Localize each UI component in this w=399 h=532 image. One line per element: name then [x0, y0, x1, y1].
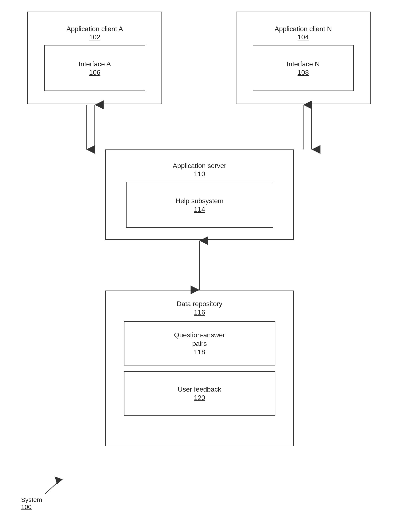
- interface-n-number: 108: [298, 69, 309, 76]
- interface-a-title: Interface A: [79, 60, 111, 69]
- qa-pairs-number: 118: [194, 348, 205, 356]
- app-client-a-box: Application client A 102 Interface A 106: [27, 12, 162, 104]
- user-feedback-title: User feedback: [178, 385, 221, 394]
- interface-n-box: Interface N 108: [253, 45, 354, 91]
- app-server-box: Application server 110 Help subsystem 11…: [105, 149, 294, 240]
- help-subsystem-number: 114: [194, 205, 205, 213]
- system-arrow: [45, 481, 59, 494]
- data-repo-box: Data repository 116 Question-answer pair…: [105, 291, 294, 446]
- system-number: 100: [21, 503, 32, 510]
- app-server-title: Application server: [173, 161, 226, 170]
- interface-n-title: Interface N: [287, 60, 320, 69]
- help-subsystem-title: Help subsystem: [176, 197, 224, 205]
- help-subsystem-box: Help subsystem 114: [126, 182, 273, 228]
- qa-pairs-title: Question-answer pairs: [174, 331, 225, 348]
- app-client-n-title: Application client N: [275, 25, 332, 33]
- app-client-a-number: 102: [89, 33, 100, 41]
- app-client-n-box: Application client N 104 Interface N 108: [236, 12, 371, 104]
- interface-a-box: Interface A 106: [44, 45, 145, 91]
- app-server-number: 110: [194, 170, 205, 178]
- data-repo-title: Data repository: [177, 300, 222, 308]
- system-label: System 100: [21, 496, 42, 511]
- user-feedback-number: 120: [194, 394, 205, 402]
- qa-pairs-box: Question-answer pairs 118: [124, 321, 275, 366]
- user-feedback-box: User feedback 120: [124, 371, 275, 416]
- diagram: Application client A 102 Interface A 106…: [0, 0, 399, 532]
- interface-a-number: 106: [89, 69, 100, 76]
- app-client-a-title: Application client A: [67, 25, 123, 33]
- data-repo-number: 116: [194, 308, 205, 316]
- app-client-n-number: 104: [298, 33, 309, 41]
- system-text: System: [21, 496, 42, 503]
